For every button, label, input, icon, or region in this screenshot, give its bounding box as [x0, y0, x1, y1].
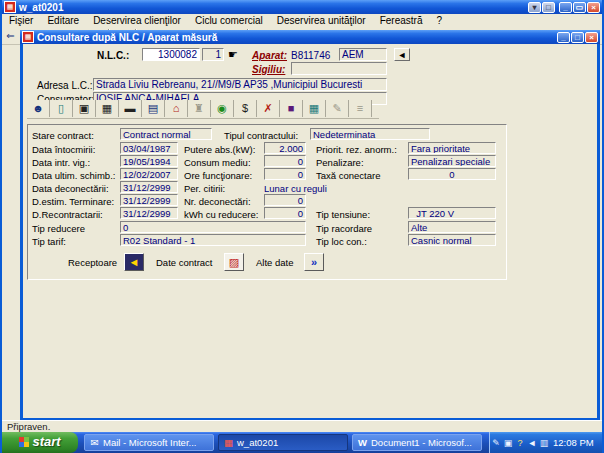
help-icon[interactable]: ? [514, 438, 526, 448]
alte-date-label: Alte date [256, 257, 294, 268]
dialog-maximize-button[interactable]: □ [571, 32, 584, 43]
dialog-content: N.L.C.: 1300082 1 ☛ Aparat: B811746 AEM … [23, 44, 597, 415]
aparat-label: Aparat: [252, 50, 287, 61]
back-arrow-button[interactable]: ◄ [394, 48, 410, 61]
tab-factory[interactable]: ■ [280, 100, 303, 117]
receptoare-button[interactable]: ◄ [124, 253, 144, 271]
main-titlebar: ▦ w_at0201 ▾ □ _ ▭ × [2, 0, 602, 14]
tab-table[interactable]: ▦ [303, 100, 326, 117]
putere-label: Putere abs.(kW): [184, 144, 255, 155]
priorit-label: Priorit. rez. anorm.: [316, 144, 397, 155]
drecontractarii-field: 31/12/2999 [120, 207, 178, 219]
network-icon[interactable]: ▥ [538, 438, 550, 448]
per-citirii-value: Lunar cu reguli [264, 183, 327, 194]
window-title: w_at0201 [19, 2, 527, 13]
taskbar-task-document1[interactable]: WDocument1 - Microsof... [352, 434, 482, 451]
hand-icon[interactable]: ☛ [228, 48, 238, 61]
dialog-minimize-button[interactable]: _ [557, 32, 570, 43]
taskbar-task-mail[interactable]: ✉Mail - Microsoft Inter... [84, 434, 214, 451]
menu-deservirea-clientilor[interactable]: Deservirea clienţilor [86, 15, 188, 26]
date-contract-label: Date contract [156, 257, 213, 268]
tip-tarif-label: Tip tarif: [32, 236, 66, 247]
nlc-label: N.L.C.: [97, 50, 129, 61]
alte-date-button[interactable]: » [304, 253, 324, 271]
taxa-conectare-label: Taxă conectare [316, 170, 380, 181]
tip-loc-con-field: Casnic normal [408, 234, 496, 246]
tab-deny[interactable]: ✗ [257, 100, 280, 117]
tip-racordare-field: Alte [408, 221, 496, 233]
restore-button[interactable]: ▭ [573, 2, 586, 13]
dialog-title: Consultare după NLC / Aparat măsură [37, 32, 556, 43]
data-intr-vig-label: Data intr. vig.: [32, 157, 90, 168]
data-intr-vig-field: 19/05/1994 [120, 155, 178, 167]
screen: ▦ w_at0201 ▾ □ _ ▭ × Fişier Editare Dese… [0, 0, 604, 453]
taskbar-task-wat0201[interactable]: ▦w_at0201 [218, 434, 348, 451]
tab-bank[interactable]: ♜ [188, 100, 211, 117]
taxa-conectare-field: 0 [408, 168, 496, 180]
menu-fereastra[interactable]: Fereastră [373, 15, 430, 26]
stare-contract-field: Contract normal [120, 128, 212, 140]
status-bar: Připraven. [2, 420, 602, 432]
drecontractarii-label: D.Recontractarii: [32, 209, 103, 220]
windows-flag-icon [19, 437, 29, 447]
word-icon: W [357, 435, 368, 450]
priorit-field: Fara prioritate [408, 142, 496, 154]
tip-contract-field: Nedeterminata [310, 128, 430, 140]
tab-dollar[interactable]: $ [234, 100, 257, 117]
nlc-index-input[interactable]: 1 [202, 48, 224, 61]
tab-door[interactable]: ▯ [50, 100, 73, 117]
receptoare-label: Receptoare [68, 257, 117, 268]
close-button[interactable]: × [587, 2, 600, 13]
tab-documents[interactable]: ▦ [96, 100, 119, 117]
tab-strip: ☻ ▯ ▣ ▦ ▬ ▤ ⌂ ♜ ◉ $ ✗ ■ ▦ ✎ ≡ [27, 100, 379, 119]
tab-reader[interactable]: ▬ [119, 100, 142, 117]
stare-contract-label: Stare contract: [32, 130, 94, 141]
dialog-icon: ▦ [22, 31, 34, 43]
ore-functionare-field: 0 [264, 168, 306, 180]
data-ultim-schimb-field: 12/02/2007 [120, 168, 178, 180]
menu-ciclu-comercial[interactable]: Ciclu comercial [188, 15, 270, 26]
tab-note[interactable]: ▤ [142, 100, 165, 117]
penalizare-field: Penalizari speciale [408, 155, 496, 167]
dialog-close-button[interactable]: × [585, 32, 598, 43]
tab-house[interactable]: ⌂ [165, 100, 188, 117]
back-icon[interactable]: ⇐ [2, 28, 19, 43]
taskbar: start ✉Mail - Microsoft Inter... ▦w_at02… [2, 432, 604, 453]
sigiliu-label: Sigiliu: [252, 64, 285, 75]
nlc-input[interactable]: 1300082 [142, 48, 200, 61]
wat0201-icon: ▦ [223, 435, 234, 450]
sigiliu-field[interactable] [291, 62, 387, 75]
menu-help[interactable]: ? [429, 15, 449, 26]
tab-coin[interactable]: ◉ [211, 100, 234, 117]
tip-reducere-label: Tip reducere [32, 223, 85, 234]
tab-tree[interactable]: ≡ [349, 100, 372, 117]
consum-mediu-label: Consum mediu: [184, 157, 251, 168]
pen-icon[interactable]: ✎ [490, 438, 502, 448]
tab-pencil[interactable]: ✎ [326, 100, 349, 117]
data-intocmirii-field: 03/04/1987 [120, 142, 178, 154]
date-contract-button[interactable]: ▨ [224, 253, 244, 271]
per-citirii-label: Per. citirii: [184, 183, 225, 194]
titlebar-square-button[interactable]: □ [542, 2, 555, 13]
tip-contract-label: Tipul contractului: [224, 130, 298, 141]
display-icon[interactable]: ▣ [502, 438, 514, 448]
app-icon: ▦ [4, 1, 16, 13]
hide-icons-chevron[interactable]: ◄ [526, 438, 538, 448]
aparat-tip-field[interactable]: AEM [339, 48, 387, 61]
menu-fisier[interactable]: Fişier [2, 15, 40, 26]
minimize-button[interactable]: _ [559, 2, 572, 13]
nr-deconectari-label: Nr. deconectări: [184, 196, 251, 207]
tab-monitor[interactable]: ▣ [73, 100, 96, 117]
destim-terminare-label: D.estim. Terminare: [32, 196, 114, 207]
titlebar-option-button[interactable]: ▾ [528, 2, 541, 13]
menu-editare[interactable]: Editare [40, 15, 86, 26]
data-deconectarii-field: 31/12/2999 [120, 181, 178, 193]
putere-field: 2.000 [264, 142, 306, 154]
menu-bar: Fişier Editare Deservirea clienţilor Cic… [2, 14, 602, 28]
tab-person[interactable]: ☻ [27, 100, 50, 117]
kwh-reducere-field: 0 [264, 207, 306, 219]
adresa-label: Adresa L.C.: [37, 80, 93, 91]
data-ultim-schimb-label: Data ultim. schimb.: [32, 170, 115, 181]
menu-deservirea-unitatilor[interactable]: Deservirea unităţilor [270, 15, 373, 26]
start-button[interactable]: start [2, 432, 78, 453]
